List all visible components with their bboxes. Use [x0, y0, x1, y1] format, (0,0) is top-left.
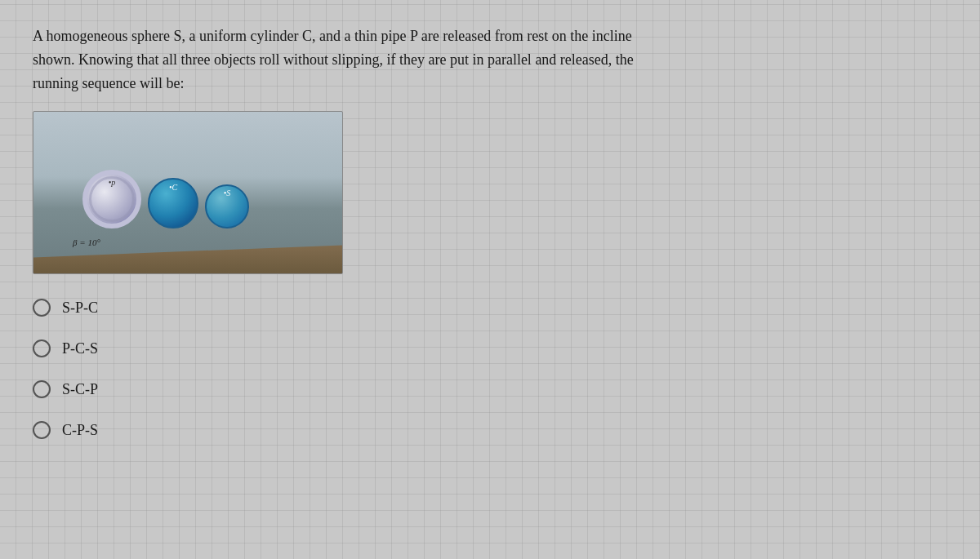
cylinder-c-object: •C: [148, 178, 198, 228]
option-4[interactable]: C-P-S: [33, 421, 931, 439]
question-line3: running sequence will be:: [33, 75, 184, 91]
cylinder-c-label: •C: [169, 183, 177, 192]
radio-button-3[interactable]: [33, 380, 51, 398]
question-line2: shown. Knowing that all three objects ro…: [33, 51, 634, 68]
incline-diagram: •p •C •S β = 10°: [33, 111, 343, 274]
radio-button-1[interactable]: [33, 299, 51, 317]
option-1[interactable]: S-P-C: [33, 299, 931, 317]
pipe-p-object: •p: [82, 170, 141, 228]
radio-button-4[interactable]: [33, 421, 51, 439]
sphere-s-object: •S: [205, 184, 249, 228]
angle-label: β = 10°: [73, 237, 100, 247]
question-line1: A homogeneous sphere S, a uniform cylind…: [33, 28, 632, 44]
option-3-label: S-C-P: [62, 381, 98, 398]
sphere-s-label: •S: [224, 189, 231, 197]
option-3[interactable]: S-C-P: [33, 380, 931, 398]
answer-options: S-P-C P-C-S S-C-P C-P-S: [33, 299, 931, 439]
question-container: A homogeneous sphere S, a uniform cylind…: [33, 24, 931, 439]
question-text: A homogeneous sphere S, a uniform cylind…: [33, 24, 931, 95]
radio-button-2[interactable]: [33, 339, 51, 357]
option-2[interactable]: P-C-S: [33, 339, 931, 357]
option-1-label: S-P-C: [62, 299, 98, 317]
pipe-p-label: •p: [109, 178, 116, 187]
objects-on-incline: •p •C •S: [82, 170, 249, 228]
option-4-label: C-P-S: [62, 422, 98, 439]
option-2-label: P-C-S: [62, 340, 98, 357]
